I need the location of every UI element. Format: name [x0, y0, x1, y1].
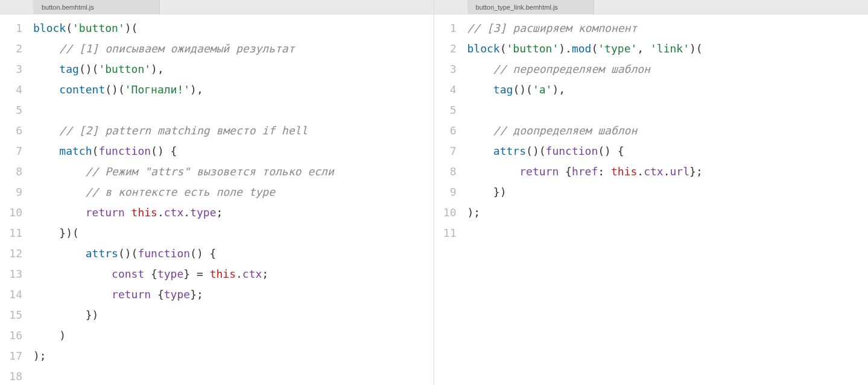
- line-number: 2: [0, 39, 33, 59]
- tok-this2: this: [210, 268, 236, 280]
- tok-content: content: [59, 83, 105, 96]
- tok-cmt3: // Режим "attrs" вызовется только если: [86, 165, 334, 178]
- tab-spacer: [434, 0, 467, 14]
- line-number: 18: [0, 366, 33, 385]
- tok-const: const: [112, 268, 144, 280]
- line-number: 8: [434, 161, 467, 182]
- tok-type2: type: [157, 268, 183, 280]
- tab-bar-left: button.bemhtml.js: [0, 0, 434, 14]
- line-number: 1: [0, 18, 33, 39]
- line-number: 10: [0, 202, 33, 223]
- editor-split: button.bemhtml.js 1234567891011121314151…: [0, 0, 868, 385]
- tok-cmt4: // в контексте есть поле type: [86, 186, 275, 198]
- editor-pane-left: button.bemhtml.js 1234567891011121314151…: [0, 0, 434, 385]
- line-number: 6: [434, 121, 467, 141]
- tab-spacer: [0, 0, 33, 14]
- line-number: 3: [0, 59, 33, 80]
- tok-r-href: href: [572, 165, 598, 178]
- tok-r-str-link: 'link': [650, 42, 689, 55]
- line-number: 7: [434, 141, 467, 161]
- tab-button-type-link-bemhtml[interactable]: button_type_link.bemhtml.js: [467, 0, 594, 14]
- tok-r-str-type: 'type': [598, 42, 637, 55]
- tok-match: match: [59, 145, 92, 157]
- tok-r-return: return: [519, 165, 559, 178]
- tok-r-str-button: 'button': [507, 42, 559, 55]
- tok-r-function: function: [546, 145, 598, 157]
- line-number: 9: [434, 182, 467, 202]
- tok-r-url: url: [670, 165, 690, 178]
- line-number: 10: [434, 202, 467, 223]
- tok-r-block: block: [467, 42, 500, 55]
- tok-return2: return: [112, 288, 151, 301]
- tab-bar-rest: [160, 0, 434, 14]
- line-number: 9: [0, 182, 33, 202]
- line-number: 5: [434, 100, 467, 121]
- line-number: 16: [0, 325, 33, 346]
- line-number: 11: [0, 223, 33, 243]
- tok-r-attrs: attrs: [493, 145, 526, 157]
- line-number: 6: [0, 121, 33, 141]
- line-number: 15: [0, 305, 33, 325]
- line-number: 4: [0, 80, 33, 100]
- tok-r-tag: tag: [493, 83, 513, 96]
- editor-pane-right: button_type_link.bemhtml.js 123456789101…: [434, 0, 869, 385]
- tok-function: function: [98, 145, 151, 157]
- line-number: 5: [0, 100, 33, 121]
- code-right[interactable]: // [3] расширяем компонент block('button…: [467, 14, 869, 385]
- gutter-left: 123456789101112131415161718: [0, 14, 33, 385]
- tok-str-button2: 'button': [98, 63, 151, 75]
- code-area-right: 1234567891011 // [3] расширяем компонент…: [434, 14, 869, 385]
- tok-ctx2: ctx: [242, 268, 262, 280]
- line-number: 1: [434, 18, 467, 39]
- tok-type: type: [190, 206, 216, 219]
- tok-r-str-a: 'a': [533, 83, 553, 96]
- tok-r-this: this: [611, 165, 637, 178]
- tok-r-ctx: ctx: [644, 165, 664, 178]
- line-number: 8: [0, 161, 33, 182]
- tok-return: return: [86, 206, 125, 219]
- tab-bar-right: button_type_link.bemhtml.js: [434, 0, 869, 14]
- gutter-right: 1234567891011: [434, 14, 467, 385]
- line-number: 14: [0, 284, 33, 305]
- tok-tag: tag: [59, 63, 79, 75]
- line-number: 4: [434, 80, 467, 100]
- line-number: 17: [0, 346, 33, 366]
- tok-cmt2: // [2] pattern matching вместо if hell: [59, 124, 308, 137]
- line-number: 3: [434, 59, 467, 80]
- tok-block: block: [33, 22, 66, 34]
- tok-attrs: attrs: [86, 247, 118, 260]
- tab-label: button.bemhtml.js: [42, 4, 94, 11]
- line-number: 11: [434, 223, 467, 243]
- tok-r-mod: mod: [572, 42, 592, 55]
- tab-bar-rest: [594, 0, 869, 14]
- tab-button-bemhtml[interactable]: button.bemhtml.js: [33, 0, 160, 14]
- tok-function2: function: [138, 247, 190, 260]
- line-number: 12: [0, 243, 33, 264]
- code-left[interactable]: block('button')( // [1] описываем ожидае…: [33, 14, 434, 385]
- tok-r-cmt2: // переопределяем шаблон: [493, 63, 650, 75]
- tok-ctx: ctx: [164, 206, 184, 219]
- tok-this: this: [131, 206, 157, 219]
- line-number: 2: [434, 39, 467, 59]
- tab-label: button_type_link.bemhtml.js: [476, 4, 558, 11]
- tok-str-button: 'button': [72, 22, 125, 34]
- code-area-left: 123456789101112131415161718 block('butto…: [0, 14, 434, 385]
- line-number: 13: [0, 264, 33, 284]
- line-number: 7: [0, 141, 33, 161]
- tok-r-cmt3: // доопределяем шаблон: [493, 124, 637, 137]
- tok-type3: type: [164, 288, 190, 301]
- tok-str-pognali: 'Погнали!': [125, 83, 190, 96]
- tok-cmt1: // [1] описываем ожидаемый результат: [59, 42, 294, 55]
- tok-r-cmt1: // [3] расширяем компонент: [467, 22, 638, 34]
